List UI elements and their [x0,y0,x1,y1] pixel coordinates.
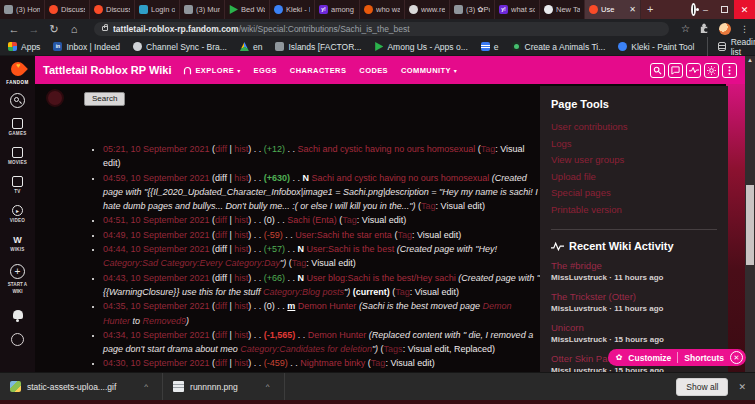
bookmark-item[interactable]: e [481,42,499,52]
menu-kebab-icon[interactable]: ⋮ [740,24,749,34]
restore-button[interactable] [715,0,734,19]
history-link[interactable]: hist [234,301,248,311]
bookmark-item[interactable]: Islands [FACTOR... [275,42,361,52]
browser-tab[interactable]: what so [495,0,540,19]
timestamp-link[interactable]: 05:21, 10 September 2021 [103,144,210,154]
history-link[interactable]: diff [215,301,227,311]
activity-page-link[interactable]: The #bridge [551,260,717,271]
page-link[interactable]: Sachi and cystic having no ours homosexu… [312,173,490,183]
category-link[interactable]: Category:Candidates for deletion [240,344,372,354]
page-scrollbar[interactable]: ▲ [745,56,755,372]
page-tools-link[interactable]: Logs [551,136,717,153]
close-downloads-icon[interactable]: ✕ [738,382,746,392]
history-link[interactable]: diff [215,358,227,368]
history-link[interactable]: hist [234,144,248,154]
rail-item-video[interactable]: ▸VIDEO [10,205,25,223]
back-button[interactable]: ← [6,21,22,37]
reading-list-button[interactable]: Reading list [707,37,755,57]
close-button[interactable]: ✕ [734,0,755,19]
history-link[interactable]: diff [215,230,227,240]
page-link[interactable]: Sachi (Enta) [287,215,337,225]
wiki-activity-button[interactable] [686,63,701,78]
page-tools-link[interactable]: View user groups [551,152,717,169]
browser-tab[interactable]: www.re [405,0,450,19]
browser-tab[interactable]: Bed Wa [225,0,270,19]
timestamp-link[interactable]: 04:59, 10 September 2021 [103,173,210,183]
extensions-icon[interactable] [699,23,710,34]
profile-avatar[interactable] [719,23,731,35]
bookmark-item[interactable]: Create a Animals Ti... [512,42,606,52]
bookmark-item[interactable]: Apps [8,42,40,52]
shortcuts-button[interactable]: Shortcuts [684,353,724,363]
bookmark-item[interactable]: Among Us - Apps o... [374,42,467,52]
rail-item-tv[interactable]: TV [12,176,23,194]
category-link[interactable]: Category:Blog posts [263,287,344,297]
browser-tab[interactable]: New Ta [540,0,585,19]
bookmark-item[interactable]: Inbox | Indeed [53,42,120,52]
download-item[interactable]: static-assets-uploa....gif ^ [0,373,163,400]
page-tools-link[interactable]: Special pages [551,185,717,202]
admin-dashboard-gear-icon[interactable] [704,63,719,78]
wiki-title[interactable]: Tattletail Roblox RP Wiki [43,64,171,76]
nav-item-characters[interactable]: CHARACTERS [290,66,347,75]
rail-item-movies[interactable]: MOVIES [8,147,27,165]
timestamp-link[interactable]: 04:44, 10 September 2021 [103,244,210,254]
timestamp-link[interactable]: 04:51, 10 September 2021 [103,215,210,225]
history-link[interactable]: hist [234,358,248,368]
rail-search-button[interactable] [10,93,25,108]
history-link[interactable]: diff [215,144,227,154]
new-tab-button[interactable]: + [647,2,653,17]
history-link[interactable]: hist [234,330,248,340]
scrollbar-thumb[interactable] [746,185,754,265]
home-button[interactable]: ⌂ [66,21,82,37]
show-all-downloads-button[interactable]: Show all [676,378,728,396]
page-tools-link[interactable]: User contributions [551,119,717,136]
tag-link[interactable]: Tag [481,144,496,154]
bookmark-item[interactable]: Channel Sync - Bra... [133,42,227,52]
browser-tab[interactable]: (3) ✿Po [450,0,495,19]
history-link[interactable]: diff [215,330,227,340]
reload-button[interactable]: ↻ [46,21,62,37]
history-link[interactable]: diff [215,215,227,225]
activity-page-link[interactable]: The Trickster (Otter) [551,291,717,302]
page-tools-link[interactable]: Upload file [551,169,717,186]
scroll-up-arrow[interactable]: ▲ [745,56,755,64]
page-link[interactable]: User blog:Sachi is the best/Hey sachi [307,273,456,283]
timestamp-link[interactable]: 04:30, 10 September 2021 [103,358,210,368]
history-link[interactable]: hist [234,173,248,183]
tag-link[interactable]: Tag [421,201,436,211]
page-link[interactable]: Sachi and cystic having no ours homosexu… [298,144,476,154]
nav-item-codes[interactable]: CODES [359,66,388,75]
browser-tab[interactable]: Discuss [45,0,90,19]
rail-item-wikis[interactable]: WWIKIS [10,234,24,252]
fandom-flame-icon[interactable] [8,59,28,79]
browser-tab[interactable]: Use✕ [585,0,641,19]
tag-link[interactable]: Tag [395,287,410,297]
bookmark-star-icon[interactable]: ☆ [681,23,690,34]
lock-icon[interactable] [102,26,108,31]
timestamp-link[interactable]: 04:35, 10 September 2021 [103,301,210,311]
account-icon[interactable] [11,333,24,346]
contributions-search-button[interactable]: Search [84,92,125,106]
page-link[interactable]: Removed9 [143,316,187,326]
tag-link[interactable]: Tag [292,258,307,268]
page-link[interactable]: User:Sachi is the best [307,244,395,254]
browser-tab[interactable]: among [315,0,360,19]
tag-link[interactable]: Tag [397,230,412,240]
page-link[interactable]: Demon Hunter [298,301,357,311]
bookmark-item[interactable]: en [240,42,262,52]
history-link[interactable]: hist [234,273,248,283]
customize-button[interactable]: Customize [628,353,671,363]
browser-tab[interactable]: Kleki - P [270,0,315,19]
timestamp-link[interactable]: 04:43, 10 September 2021 [103,273,210,283]
browser-tab[interactable]: Discuss [90,0,135,19]
tag-link[interactable]: Tag [342,215,357,225]
notifications-bell-icon[interactable] [13,310,23,319]
page-tools-link[interactable]: Printable version [551,202,717,219]
browser-tab[interactable]: Login o [135,0,180,19]
nav-item-eggs[interactable]: EGGS [254,66,277,75]
history-link[interactable]: hist [234,215,248,225]
start-a-wiki-button[interactable]: + START A WIKI [4,264,32,296]
forward-button[interactable]: → [26,21,42,37]
rail-item-games[interactable]: GAMES [9,118,27,136]
